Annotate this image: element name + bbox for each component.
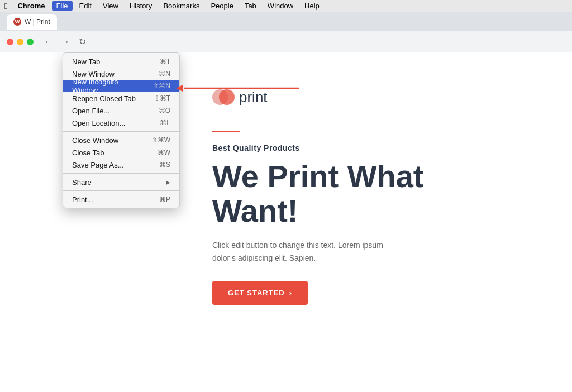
body-text: Click edit button to change this text. L… [212,239,402,264]
menu-bar-file[interactable]: File [52,1,73,11]
cta-label: GET STARTED [228,289,285,297]
menu-item-close-tab-label: Close Tab [72,149,146,157]
separator-2 [63,173,179,174]
menu-item-new-tab[interactable]: New Tab ⌘T [63,55,179,68]
forward-button[interactable]: → [59,36,72,48]
browser-tab[interactable]: W W | Print [7,14,57,30]
menu-item-reopen-closed-tab[interactable]: Reopen Closed Tab ⇧⌘T [63,92,179,104]
divider-line [212,131,240,132]
menu-item-open-location[interactable]: Open Location... ⌘L [63,117,179,129]
apple-menu[interactable]:  [4,1,7,11]
menu-item-close-window-label: Close Window [72,136,141,145]
menu-bar-edit[interactable]: Edit [75,1,96,11]
menu-item-new-incognito-label: New Incognito Window [72,78,142,94]
menu-item-new-incognito-shortcut: ⇧⌘N [153,82,170,90]
menu-item-reopen-closed-tab-shortcut: ⇧⌘T [154,94,170,102]
separator-3 [63,190,179,191]
menu-item-open-file-label: Open File... [72,107,147,115]
menu-item-new-incognito[interactable]: New Incognito Window ⇧⌘N [63,80,179,92]
headline-line1: We Print What [212,159,424,194]
minimize-button[interactable] [17,39,23,45]
menu-item-close-tab-shortcut: ⌘W [158,149,170,156]
tab-label: W | Print [25,18,50,26]
menu-bar-window[interactable]: Window [263,1,298,11]
menu-bar-tab[interactable]: Tab [240,1,261,11]
cta-arrow-icon: › [289,289,292,297]
logo-text: print [239,89,268,106]
headline: We Print What Want! [212,159,424,228]
menu-item-new-window-shortcut: ⌘N [159,70,170,78]
menu-item-save-page-shortcut: ⌘S [159,161,170,169]
file-dropdown-menu: New Tab ⌘T New Window ⌘N New Incognito W… [63,52,180,208]
reload-button[interactable]: ↻ [76,36,88,48]
tab-bar: W W | Print [0,12,572,31]
submenu-arrow-icon: ▶ [166,179,170,185]
menu-item-share[interactable]: Share ▶ [63,176,179,188]
maximize-button[interactable] [27,39,34,45]
menu-bar-view[interactable]: View [98,1,123,11]
menu-item-close-window-shortcut: ⇧⌘W [152,136,170,144]
menu-item-reopen-closed-tab-label: Reopen Closed Tab [72,94,143,103]
menu-item-close-window[interactable]: Close Window ⇧⌘W [63,134,179,146]
logo-area: print [212,86,268,108]
close-button[interactable] [7,39,13,45]
menu-item-print[interactable]: Print... ⌘P [63,193,179,205]
content-area: print Best Quality Products We Print Wha… [0,52,572,392]
menu-item-print-label: Print... [72,195,148,204]
svg-point-1 [219,89,235,105]
cta-button[interactable]: GET STARTED › [212,281,308,305]
menu-bar-help[interactable]: Help [300,1,324,11]
menu-bar-history[interactable]: History [125,1,156,11]
menu-item-open-file[interactable]: Open File... ⌘O [63,104,179,117]
menu-item-share-label: Share [72,178,166,187]
menu-item-new-tab-label: New Tab [72,58,149,66]
traffic-lights [7,39,34,45]
menu-item-save-page-label: Save Page As... [72,161,148,169]
menu-bar-bookmarks[interactable]: Bookmarks [159,1,204,11]
menu-item-new-window-label: New Window [72,70,147,78]
browser-toolbar: ← → ↻ [0,31,572,52]
menu-bar-chrome[interactable]: Chrome [13,1,49,11]
menu-item-new-tab-shortcut: ⌘T [160,58,170,65]
menu-item-open-file-shortcut: ⌘O [159,107,170,114]
menu-item-close-tab[interactable]: Close Tab ⌘W [63,146,179,159]
menu-item-open-location-label: Open Location... [72,119,149,127]
menu-item-open-location-shortcut: ⌘L [160,119,170,127]
tab-favicon: W [13,18,21,26]
subtitle: Best Quality Products [212,144,300,152]
logo-icon [212,86,235,108]
menu-bar-people[interactable]: People [206,1,237,11]
menu-item-print-shortcut: ⌘P [159,195,170,203]
back-button[interactable]: ← [42,36,55,48]
headline-line2: Want! [212,193,298,228]
menu-item-save-page[interactable]: Save Page As... ⌘S [63,159,179,171]
separator-1 [63,131,179,132]
menu-bar:  Chrome File Edit View History Bookmark… [0,0,572,12]
